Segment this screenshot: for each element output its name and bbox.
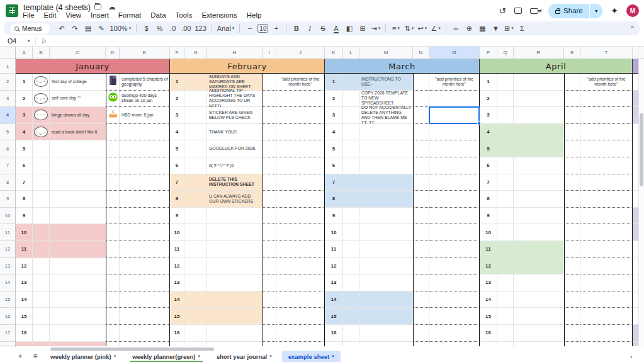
horizontal-scrollbar-thumb[interactable] (50, 348, 214, 351)
cell-U2[interactable] (633, 74, 638, 91)
menus-search-button[interactable]: Menus (10, 23, 50, 34)
star-icon[interactable]: ☆ (81, 3, 88, 11)
cell-A14[interactable]: 13 (16, 274, 33, 291)
cell-S5[interactable] (564, 124, 580, 141)
cell-C14[interactable] (50, 274, 106, 291)
cell-H11[interactable] (207, 224, 263, 241)
cell-G11[interactable] (184, 224, 207, 241)
cell-Q11[interactable] (497, 224, 514, 241)
menu-help[interactable]: Help (247, 11, 262, 19)
cell-U18[interactable] (633, 342, 638, 347)
cell-C12[interactable] (50, 241, 106, 258)
cell-O2[interactable]: "add priorities of the month here" (429, 74, 480, 91)
cell-A16[interactable]: 15 (16, 308, 33, 325)
cell-H16[interactable] (207, 308, 263, 325)
cell-C3[interactable]: self care day °° (50, 91, 106, 108)
col-header-G[interactable]: G (184, 47, 207, 59)
cell-G12[interactable] (184, 241, 207, 258)
paint-format-button[interactable]: ✎ (96, 23, 108, 34)
cell-R15[interactable] (514, 291, 564, 308)
cell-F2[interactable]: 1 (170, 74, 184, 91)
cell-P13[interactable]: 12 (480, 258, 497, 275)
cell-P15[interactable]: 14 (480, 291, 497, 308)
cell-T3[interactable] (580, 91, 633, 108)
cell-C17[interactable] (50, 325, 106, 342)
cell-I6[interactable] (263, 140, 276, 157)
format-currency-button[interactable]: $ (140, 23, 152, 34)
row-header-18[interactable] (0, 342, 15, 347)
cell-R7[interactable] (514, 157, 564, 174)
cell-F9[interactable]: 8 (170, 191, 184, 208)
cell-F17[interactable]: 16 (170, 325, 184, 342)
cell-O15[interactable] (429, 291, 480, 308)
cell-N11[interactable] (413, 224, 429, 241)
cell-T17[interactable] (580, 325, 633, 342)
cell-Q15[interactable] (497, 291, 514, 308)
cell-R10[interactable] (514, 208, 564, 225)
cell-B2[interactable]: ^ ᴗ ^ (33, 74, 50, 91)
strikethrough-button[interactable]: S (317, 23, 329, 34)
cell-L9[interactable] (343, 191, 359, 208)
cell-L4[interactable] (343, 107, 359, 124)
cell-B16[interactable] (33, 308, 50, 325)
col-header-B[interactable]: B (33, 47, 50, 59)
cell-O12[interactable] (429, 241, 480, 258)
cell-O18[interactable] (429, 342, 480, 347)
cell-L16[interactable] (343, 308, 359, 325)
cell-B10[interactable] (33, 208, 50, 225)
col-header-K[interactable]: K (325, 47, 343, 59)
cell-B13[interactable] (33, 258, 50, 275)
cell-J15[interactable] (276, 291, 325, 308)
cell-Q7[interactable] (497, 157, 514, 174)
cell-R11[interactable] (514, 224, 564, 241)
menu-data[interactable]: Data (150, 11, 166, 19)
row-header-17[interactable]: 17 (0, 325, 15, 342)
row-header-4[interactable]: 4 (0, 107, 15, 124)
cell-N13[interactable] (413, 258, 429, 275)
cell-J4[interactable] (276, 107, 325, 124)
cell-A4[interactable]: 3 (16, 107, 33, 124)
cell-J18[interactable] (276, 342, 325, 347)
cell-I14[interactable] (263, 274, 276, 291)
cell-L18[interactable] (343, 342, 359, 347)
cell-B15[interactable] (33, 291, 50, 308)
row-header-1[interactable]: 1 (0, 59, 15, 74)
cell-I15[interactable] (263, 291, 276, 308)
cell-E17[interactable] (120, 325, 170, 342)
cell-F5[interactable]: 4 (170, 124, 184, 141)
cell-K11[interactable]: 10 (325, 224, 343, 241)
tab-scroll-chevron[interactable]: ‹ (630, 353, 633, 360)
cell-I8[interactable] (263, 174, 276, 191)
cell-A12[interactable]: 11 (16, 241, 33, 258)
cell-T7[interactable] (580, 157, 633, 174)
cell-F15[interactable]: 14 (170, 291, 184, 308)
cell-R12[interactable] (514, 241, 564, 258)
cell-R6[interactable] (514, 140, 564, 157)
tab-menu-caret-icon[interactable]: ▾ (198, 354, 200, 359)
cell-B12[interactable] (33, 241, 50, 258)
comments-icon[interactable] (514, 8, 522, 14)
cell-C11[interactable] (50, 224, 106, 241)
cell-Q6[interactable] (497, 140, 514, 157)
cell-P7[interactable]: 6 (480, 157, 497, 174)
cell-F6[interactable]: 5 (170, 140, 184, 157)
select-all-corner[interactable] (0, 47, 16, 59)
cell-M18[interactable] (359, 342, 413, 347)
cell-F8[interactable]: 7 (170, 174, 184, 191)
cell-S14[interactable] (564, 274, 580, 291)
cell-D9[interactable] (106, 191, 120, 208)
cell-M12[interactable] (359, 241, 413, 258)
cell-Q3[interactable] (497, 91, 514, 108)
cell-D13[interactable] (106, 258, 120, 275)
cell-T13[interactable] (580, 258, 633, 275)
fill-color-button[interactable]: ◧ (343, 23, 355, 34)
cell-D17[interactable] (106, 325, 120, 342)
row-header-12[interactable]: 12 (0, 241, 15, 258)
cell-B4[interactable]: ᵔ ᵕ ᵔ (33, 107, 50, 124)
cell-U6[interactable] (633, 140, 638, 157)
cell-H12[interactable] (207, 241, 263, 258)
cell-N7[interactable] (413, 157, 429, 174)
insert-link-button[interactable]: ∞ (450, 23, 462, 34)
cell-N17[interactable] (413, 325, 429, 342)
cell-D2[interactable] (106, 74, 120, 91)
